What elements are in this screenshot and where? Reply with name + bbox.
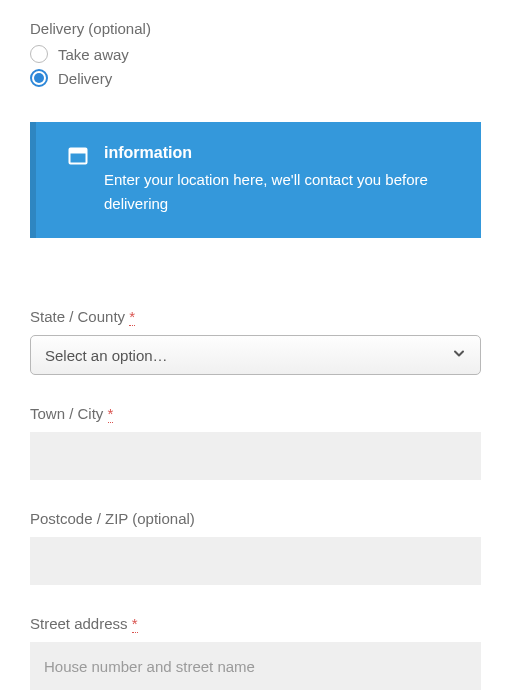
state-select-value: Select an option… (45, 347, 168, 364)
city-input[interactable] (30, 432, 481, 480)
radio-label: Take away (58, 46, 129, 63)
field-city: Town / City * (30, 405, 481, 480)
field-postcode: Postcode / ZIP (optional) (30, 510, 481, 585)
street-input[interactable] (30, 642, 481, 690)
radio-delivery[interactable]: Delivery (30, 69, 481, 87)
field-street: Street address * (30, 615, 481, 690)
calendar-icon (68, 146, 88, 216)
required-marker: * (108, 405, 114, 423)
svg-rect-1 (70, 149, 87, 154)
radio-take-away[interactable]: Take away (30, 45, 481, 63)
radio-icon (30, 69, 48, 87)
state-label: State / County * (30, 308, 481, 325)
info-title: information (104, 144, 459, 162)
field-state: State / County * Select an option… (30, 308, 481, 375)
radio-label: Delivery (58, 70, 112, 87)
required-marker: * (132, 615, 138, 633)
postcode-label: Postcode / ZIP (optional) (30, 510, 481, 527)
delivery-radio-group: Take away Delivery (30, 45, 481, 87)
city-label: Town / City * (30, 405, 481, 422)
info-body: Enter your location here, we'll contact … (104, 168, 459, 216)
delivery-label: Delivery (optional) (30, 20, 481, 37)
postcode-input[interactable] (30, 537, 481, 585)
chevron-down-icon (452, 347, 466, 364)
info-box: information Enter your location here, we… (30, 122, 481, 238)
required-marker: * (129, 308, 135, 326)
radio-icon (30, 45, 48, 63)
street-label: Street address * (30, 615, 481, 632)
radio-dot-icon (34, 73, 44, 83)
state-select[interactable]: Select an option… (30, 335, 481, 375)
